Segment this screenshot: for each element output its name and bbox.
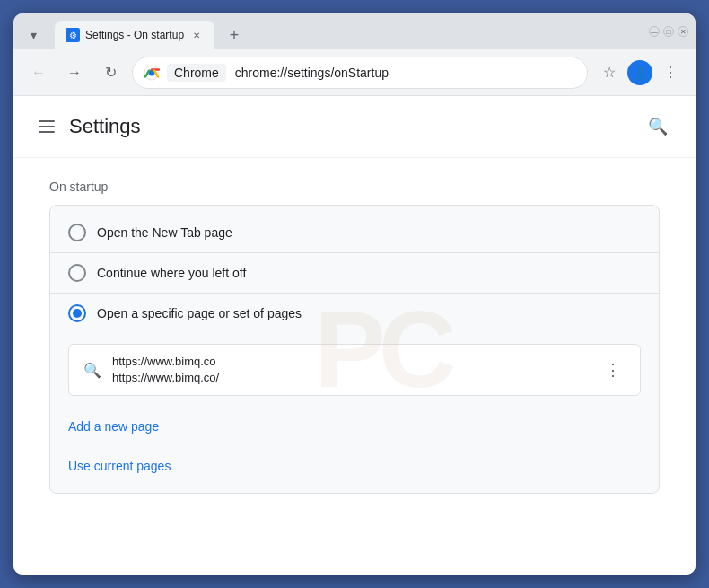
back-button[interactable]: ←	[24, 58, 53, 87]
radio-continue[interactable]	[68, 264, 86, 282]
close-button[interactable]: ✕	[678, 26, 688, 37]
bookmark-button[interactable]: ☆	[595, 58, 624, 87]
nav-icons: ☆ 👤 ⋮	[595, 58, 685, 87]
maximize-button[interactable]: □	[663, 26, 674, 37]
profile-icon: 👤	[633, 66, 648, 80]
new-tab-button[interactable]: +	[222, 22, 247, 48]
settings-body: On startup PC Open the New Tab page Cont…	[13, 158, 696, 575]
tab-dropdown-btn[interactable]: ▾	[21, 22, 46, 48]
url-line-1: https://www.bimq.co	[112, 354, 590, 370]
tab-title: Settings - On startup	[85, 29, 184, 41]
menu-button[interactable]: ⋮	[656, 58, 685, 87]
profile-button[interactable]: 👤	[627, 60, 652, 85]
page-title: Settings	[69, 115, 141, 138]
title-bar: ▾ ⚙ Settings - On startup ✕ + — □ ✕	[13, 13, 696, 49]
search-icon: 🔍	[648, 117, 668, 136]
startup-card: PC Open the New Tab page Continue where …	[49, 205, 660, 494]
actions-section: Add a new page	[50, 407, 659, 446]
settings-header: Settings 🔍	[13, 96, 696, 158]
browser-window: ▾ ⚙ Settings - On startup ✕ + — □ ✕ ← → …	[13, 13, 696, 575]
active-tab[interactable]: ⚙ Settings - On startup ✕	[55, 21, 214, 49]
url-entry-section: 🔍 https://www.bimq.co https://www.bimq.c…	[50, 333, 659, 407]
url-line-2: https://www.bimq.co/	[112, 370, 590, 386]
window-controls: — □ ✕	[642, 21, 688, 49]
option-continue-label: Continue where you left off	[97, 266, 246, 280]
hamburger-menu-button[interactable]	[35, 117, 58, 136]
url-text-block: https://www.bimq.co https://www.bimq.co/	[112, 354, 590, 386]
reload-button[interactable]: ↻	[96, 58, 125, 87]
nav-bar: ← → ↻ Chrome chrome://settings/onStartup…	[13, 49, 696, 96]
radio-selected-indicator	[73, 309, 82, 318]
hamburger-line-3	[39, 131, 55, 133]
use-current-section: Use current pages	[50, 446, 659, 486]
minimize-button[interactable]: —	[649, 26, 660, 37]
option-new-tab[interactable]: Open the New Tab page	[50, 213, 659, 252]
option-continue[interactable]: Continue where you left off	[50, 253, 659, 293]
tab-area: ▾ ⚙ Settings - On startup ✕ +	[21, 21, 642, 49]
chrome-label: Chrome	[167, 64, 226, 82]
url-search-icon: 🔍	[83, 362, 101, 379]
url-more-button[interactable]: ⋮	[600, 357, 626, 382]
option-specific[interactable]: Open a specific page or set of pages	[50, 294, 659, 333]
address-bar[interactable]: Chrome chrome://settings/onStartup	[132, 57, 588, 89]
settings-title-area: Settings	[35, 115, 141, 138]
forward-button[interactable]: →	[60, 58, 89, 87]
address-text: chrome://settings/onStartup	[235, 66, 576, 80]
tab-favicon-icon: ⚙	[66, 28, 80, 42]
use-current-pages-link[interactable]: Use current pages	[50, 450, 188, 482]
radio-specific[interactable]	[68, 304, 86, 322]
hamburger-line-2	[39, 126, 55, 127]
section-title: On startup	[49, 180, 660, 194]
url-entry: 🔍 https://www.bimq.co https://www.bimq.c…	[68, 344, 641, 396]
chrome-logo-icon	[144, 65, 160, 81]
page-content: Settings 🔍 On startup PC Open the New Ta…	[13, 96, 696, 575]
radio-new-tab[interactable]	[68, 224, 86, 241]
add-new-page-link[interactable]: Add a new page	[50, 410, 177, 443]
tab-close-button[interactable]: ✕	[189, 28, 204, 42]
settings-search-button[interactable]: 🔍	[642, 110, 674, 143]
option-new-tab-label: Open the New Tab page	[97, 225, 232, 240]
option-specific-label: Open a specific page or set of pages	[97, 306, 302, 320]
hamburger-line-1	[39, 120, 55, 122]
